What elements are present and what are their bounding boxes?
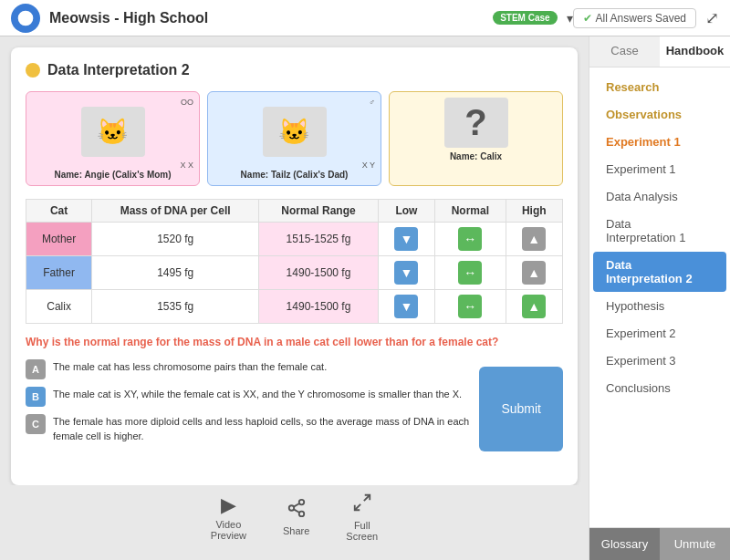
sidebar: Case Handbook Research Observations Expe… bbox=[589, 36, 730, 560]
btn-low-father[interactable]: ▼ bbox=[394, 261, 418, 285]
sidebar-item-conclusions[interactable]: Conclusions bbox=[593, 375, 726, 401]
cell-arrows-mother: ▼ bbox=[378, 223, 434, 256]
sidebar-item-research[interactable]: Research bbox=[593, 74, 726, 100]
data-table: Cat Mass of DNA per Cell Normal Range Lo… bbox=[26, 199, 563, 324]
cell-arrows-calix: ▼ bbox=[378, 290, 434, 324]
share-button[interactable]: Share bbox=[283, 498, 309, 536]
cell-cat-calix: Calix bbox=[26, 290, 92, 324]
cell-range-calix: 1490-1500 fg bbox=[259, 290, 379, 324]
cats-row: OO 🐱 X X Name: Angie (Calix's Mom) ♂ 🐱 X… bbox=[26, 91, 563, 186]
card-title: Data Interpretation 2 bbox=[47, 62, 190, 78]
submit-button[interactable]: Submit bbox=[479, 367, 563, 451]
video-preview-label: VideoPreview bbox=[211, 519, 246, 541]
share-label: Share bbox=[283, 525, 309, 536]
table-row-calix: Calix 1535 fg 1490-1500 fg ▼ ↔ ▲ bbox=[26, 290, 563, 324]
cell-cat-father: Father bbox=[26, 256, 92, 290]
sidebar-item-experiment1-header[interactable]: Experiment 1 bbox=[593, 129, 726, 155]
play-icon: ▶ bbox=[221, 493, 236, 517]
sidebar-nav: Research Observations Experiment 1 Exper… bbox=[589, 67, 730, 527]
answers-area: A The male cat has less chromosome pairs… bbox=[26, 359, 563, 451]
cat-name-calix: Name: Calix bbox=[395, 151, 557, 161]
cell-high-father: ▲ bbox=[506, 256, 562, 290]
stem-badge: STEM Case bbox=[493, 11, 557, 25]
svg-line-5 bbox=[293, 503, 298, 507]
sidebar-item-data-interpretation-2[interactable]: DataInterpretation 2 bbox=[593, 252, 726, 292]
app-logo bbox=[11, 4, 40, 33]
btn-normal-calix[interactable]: ↔ bbox=[458, 295, 482, 318]
cell-mass-father: 1495 fg bbox=[92, 256, 259, 290]
answer-label-a: A bbox=[26, 359, 46, 379]
cell-high-mother: ▲ bbox=[506, 223, 562, 256]
fullscreen-button[interactable]: ⤢ bbox=[705, 8, 719, 28]
answers-list: A The male cat has less chromosome pairs… bbox=[26, 359, 470, 451]
tab-handbook[interactable]: Handbook bbox=[660, 36, 730, 67]
cell-mass-calix: 1535 fg bbox=[92, 290, 259, 324]
answer-option-a[interactable]: A The male cat has less chromosome pairs… bbox=[26, 359, 470, 379]
sidebar-item-experiment2[interactable]: Experiment 2 bbox=[593, 320, 726, 347]
content-area: Data Interpretation 2 OO 🐱 X X Name: Ang… bbox=[0, 36, 589, 560]
chevron-down-icon[interactable]: ▾ bbox=[567, 11, 573, 26]
cat-card-father: ♂ 🐱 X Y Name: Tailz (Calix's Dad) bbox=[207, 91, 381, 186]
cat-card-calix: ? Name: Calix bbox=[389, 91, 563, 186]
svg-point-1 bbox=[298, 500, 304, 505]
fullscreen-label: FullScreen bbox=[346, 520, 378, 542]
card: Data Interpretation 2 OO 🐱 X X Name: Ang… bbox=[11, 47, 578, 485]
sidebar-footer: Glossary Unmute bbox=[589, 527, 730, 560]
cell-range-mother: 1515-1525 fg bbox=[259, 223, 379, 256]
card-dot bbox=[26, 63, 40, 78]
btn-high-calix[interactable]: ▲ bbox=[522, 295, 546, 318]
btn-normal-mother[interactable]: ↔ bbox=[458, 227, 482, 251]
cell-arrows-father: ▼ bbox=[378, 256, 434, 290]
cell-normal-father: ↔ bbox=[435, 256, 506, 290]
btn-high-mother[interactable]: ▲ bbox=[522, 227, 546, 251]
svg-point-0 bbox=[18, 10, 34, 26]
question-text: Why is the normal range for the mass of … bbox=[26, 335, 563, 350]
tab-case[interactable]: Case bbox=[589, 36, 660, 67]
unmute-button[interactable]: Unmute bbox=[660, 528, 730, 560]
col-header-low: Low bbox=[378, 200, 434, 223]
col-header-cat: Cat bbox=[26, 200, 92, 223]
btn-low-calix[interactable]: ▼ bbox=[394, 295, 418, 318]
btn-high-father[interactable]: ▲ bbox=[522, 261, 546, 285]
svg-point-2 bbox=[288, 505, 294, 511]
sidebar-item-experiment1[interactable]: Experiment 1 bbox=[593, 156, 726, 182]
saved-badge: ✔ All Answers Saved bbox=[573, 8, 696, 28]
btn-low-mother[interactable]: ▼ bbox=[394, 227, 418, 251]
bottom-controls: ▶ VideoPreview Share bbox=[11, 485, 578, 549]
fullscreen-expand-button[interactable]: FullScreen bbox=[346, 493, 378, 542]
glossary-button[interactable]: Glossary bbox=[589, 528, 660, 560]
cat-image-calix: ? bbox=[444, 98, 508, 148]
top-bar: Meowsis - High School STEM Case ▾ ✔ All … bbox=[0, 0, 730, 36]
cell-cat-mother: Mother bbox=[26, 223, 92, 256]
col-header-mass: Mass of DNA per Cell bbox=[92, 200, 259, 223]
answer-option-c[interactable]: C The female has more diploid cells and … bbox=[26, 414, 470, 444]
btn-normal-father[interactable]: ↔ bbox=[458, 261, 482, 285]
col-header-high: High bbox=[506, 200, 562, 223]
cat-image-mother: 🐱 bbox=[81, 107, 145, 157]
col-header-normal: Normal bbox=[435, 200, 506, 223]
main-layout: Data Interpretation 2 OO 🐱 X X Name: Ang… bbox=[0, 36, 730, 560]
cat-card-mother: OO 🐱 X X Name: Angie (Calix's Mom) bbox=[26, 91, 200, 186]
answer-label-b: B bbox=[26, 387, 46, 407]
answer-option-b[interactable]: B The male cat is XY, while the female c… bbox=[26, 387, 470, 407]
table-row-mother: Mother 1520 fg 1515-1525 fg ▼ ↔ ▲ bbox=[26, 223, 563, 256]
cell-normal-calix: ↔ bbox=[435, 290, 506, 324]
share-icon bbox=[287, 498, 307, 524]
svg-line-6 bbox=[364, 495, 370, 501]
cat-name-father: Name: Tailz (Calix's Dad) bbox=[214, 170, 375, 180]
sidebar-item-experiment3[interactable]: Experiment 3 bbox=[593, 347, 726, 374]
sidebar-item-observations[interactable]: Observations bbox=[593, 101, 726, 128]
sidebar-item-data-interpretation-1[interactable]: DataInterpretation 1 bbox=[593, 211, 726, 251]
answer-text-a: The male cat has less chromosome pairs t… bbox=[53, 359, 470, 375]
video-preview-button[interactable]: ▶ VideoPreview bbox=[211, 493, 246, 541]
card-header: Data Interpretation 2 bbox=[26, 62, 563, 78]
sidebar-item-hypothesis[interactable]: Hypothesis bbox=[593, 293, 726, 319]
answer-text-c: The female has more diploid cells and le… bbox=[53, 414, 470, 444]
table-row-father: Father 1495 fg 1490-1500 fg ▼ ↔ ▲ bbox=[26, 256, 563, 290]
cat-name-mother: Name: Angie (Calix's Mom) bbox=[32, 170, 193, 180]
cell-range-father: 1490-1500 fg bbox=[259, 256, 379, 290]
svg-line-4 bbox=[293, 509, 298, 513]
expand-icon bbox=[352, 493, 372, 518]
submit-area: Submit bbox=[479, 367, 563, 451]
sidebar-item-data-analysis[interactable]: Data Analysis bbox=[593, 183, 726, 210]
